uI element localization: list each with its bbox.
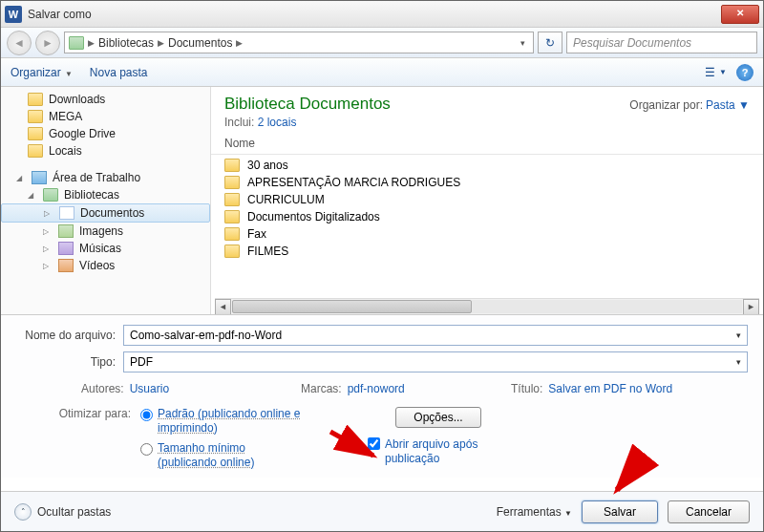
form-area: Nome do arquivo: ▾ Tipo: PDF ▾ Autores: …	[1, 314, 763, 478]
filename-field[interactable]	[130, 329, 731, 342]
expand-icon[interactable]: ▷	[43, 227, 51, 236]
toolbar: Organizar ▼ Nova pasta ☰▼ ?	[1, 58, 763, 87]
file-list[interactable]: 30 anos APRESENTAÇÃO MARCIA RODRIGUES CU…	[211, 155, 763, 298]
locations-link[interactable]: 2 locais	[258, 116, 297, 129]
breadcrumb-documentos[interactable]: Documentos	[168, 36, 232, 50]
arrange-by-menu[interactable]: Pasta ▼	[706, 98, 750, 112]
tags-label: Marcas:	[301, 382, 342, 395]
sidebar-item-desktop[interactable]: ◢Área de Trabalho	[1, 169, 210, 186]
authors-value[interactable]: Usuario	[130, 382, 169, 395]
library-title: Biblioteca Documentos	[224, 95, 391, 114]
expand-icon[interactable]: ◢	[16, 174, 24, 182]
sidebar-item-locais[interactable]: Locais	[1, 142, 210, 160]
optimize-standard-radio[interactable]	[140, 409, 153, 421]
expand-icon[interactable]: ▷	[44, 209, 52, 218]
chevron-right-icon[interactable]: ▶	[158, 38, 164, 48]
folder-icon	[28, 93, 43, 106]
chevron-down-icon: ▼	[63, 70, 73, 78]
navbar: ◄ ► ▶ Bibliotecas ▶ Documentos ▶ ▾ ↻ Pes…	[1, 28, 763, 58]
hide-folders-button[interactable]: ˄ Ocultar pastas	[14, 503, 111, 521]
music-icon	[58, 242, 74, 255]
options-button[interactable]: Opções...	[395, 407, 481, 428]
list-item[interactable]: APRESENTAÇÃO MARCIA RODRIGUES	[211, 174, 763, 191]
search-placeholder: Pesquisar Documentos	[573, 36, 691, 50]
cancel-button[interactable]: Cancelar	[668, 500, 750, 523]
folder-icon	[28, 144, 43, 158]
sidebar: Downloads MEGA Google Drive Locais ◢Área…	[1, 87, 211, 314]
help-button[interactable]: ?	[736, 64, 753, 81]
doctitle-value[interactable]: Salvar em PDF no Word	[548, 382, 672, 395]
sidebar-item-googledrive[interactable]: Google Drive	[1, 125, 210, 142]
list-item[interactable]: Fax	[211, 225, 763, 243]
folder-icon	[28, 110, 43, 123]
window-title: Salvar como	[28, 8, 721, 21]
main-area: Downloads MEGA Google Drive Locais ◢Área…	[1, 87, 763, 314]
content-pane: Biblioteca Documentos Inclui: 2 locais O…	[211, 87, 763, 314]
search-input[interactable]: Pesquisar Documentos	[566, 32, 757, 53]
back-button[interactable]: ◄	[7, 31, 32, 55]
tags-value[interactable]: pdf-noword	[348, 382, 405, 395]
folder-icon	[28, 127, 43, 140]
column-header-name[interactable]: Nome	[211, 133, 763, 155]
expand-icon[interactable]: ▷	[43, 245, 51, 253]
titlebar: W Salvar como ✕	[1, 1, 763, 28]
new-folder-button[interactable]: Nova pasta	[90, 66, 148, 79]
doctitle-label: Título:	[511, 382, 542, 395]
horizontal-scrollbar[interactable]: ◄ ►	[215, 298, 759, 314]
expand-icon[interactable]: ▷	[43, 262, 51, 270]
optimize-minimum-radio[interactable]	[140, 443, 153, 456]
scroll-right-button[interactable]: ►	[743, 299, 759, 314]
folder-icon	[224, 159, 240, 172]
sidebar-item-mega[interactable]: MEGA	[1, 108, 210, 125]
address-bar[interactable]: ▶ Bibliotecas ▶ Documentos ▶ ▾	[64, 32, 534, 53]
refresh-button[interactable]: ↻	[538, 32, 562, 53]
address-dropdown[interactable]: ▾	[517, 38, 529, 48]
folder-icon	[224, 210, 240, 223]
open-after-label[interactable]: Abrir arquivo após publicação	[385, 437, 509, 466]
document-icon	[59, 206, 74, 220]
scroll-left-button[interactable]: ◄	[215, 299, 231, 314]
filename-history-dropdown[interactable]: ▾	[731, 330, 741, 340]
sidebar-item-downloads[interactable]: Downloads	[1, 91, 210, 108]
view-mode-button[interactable]: ☰▼	[705, 66, 727, 79]
image-icon	[58, 224, 74, 238]
library-icon	[43, 188, 58, 202]
type-select[interactable]: PDF ▾	[123, 351, 748, 372]
sidebar-item-videos[interactable]: ▷Vídeos	[1, 257, 210, 274]
optimize-standard-label[interactable]: Padrão (publicando online e imprimindo)	[158, 407, 301, 436]
breadcrumb-bibliotecas[interactable]: Bibliotecas	[98, 36, 154, 50]
desktop-icon	[32, 171, 47, 184]
filename-input[interactable]: ▾	[123, 325, 748, 346]
list-item[interactable]: FILMES	[211, 243, 763, 260]
list-item[interactable]: Documentos Digitalizados	[211, 208, 763, 225]
list-item[interactable]: 30 anos	[211, 157, 763, 174]
type-dropdown-arrow[interactable]: ▾	[731, 357, 741, 367]
library-icon	[69, 36, 84, 50]
close-button[interactable]: ✕	[721, 5, 759, 24]
list-item[interactable]: CURRICULUM	[211, 191, 763, 208]
open-after-checkbox[interactable]	[368, 437, 380, 450]
folder-icon	[224, 227, 240, 241]
optimize-minimum-label[interactable]: Tamanho mínimo (publicando online)	[158, 441, 301, 470]
chevron-right-icon[interactable]: ▶	[88, 38, 95, 48]
expand-icon[interactable]: ◢	[28, 191, 35, 200]
sidebar-item-imagens[interactable]: ▷Imagens	[1, 223, 210, 240]
sidebar-item-documentos[interactable]: ▷Documentos	[1, 203, 210, 223]
sidebar-item-musicas[interactable]: ▷Músicas	[1, 240, 210, 257]
organize-menu[interactable]: Organizar ▼	[11, 66, 73, 79]
arrange-by: Organizar por: Pasta ▼	[629, 98, 750, 112]
chevron-right-icon[interactable]: ▶	[236, 38, 243, 48]
save-button[interactable]: Salvar	[582, 500, 658, 523]
filename-label: Nome do arquivo:	[16, 329, 123, 342]
folder-icon	[224, 176, 240, 189]
type-value: PDF	[130, 355, 153, 369]
forward-button[interactable]: ►	[35, 31, 60, 55]
authors-label: Autores:	[81, 382, 124, 395]
sidebar-item-libraries[interactable]: ◢Bibliotecas	[1, 186, 210, 203]
tools-menu[interactable]: Ferramentas ▼	[497, 505, 572, 519]
library-subtitle: Inclui: 2 locais	[224, 116, 391, 129]
footer: ˄ Ocultar pastas Ferramentas ▼ Salvar Ca…	[1, 491, 763, 531]
type-label: Tipo:	[16, 355, 123, 369]
save-as-dialog: W Salvar como ✕ ◄ ► ▶ Bibliotecas ▶ Docu…	[0, 0, 764, 532]
chevron-up-icon: ˄	[14, 503, 32, 521]
